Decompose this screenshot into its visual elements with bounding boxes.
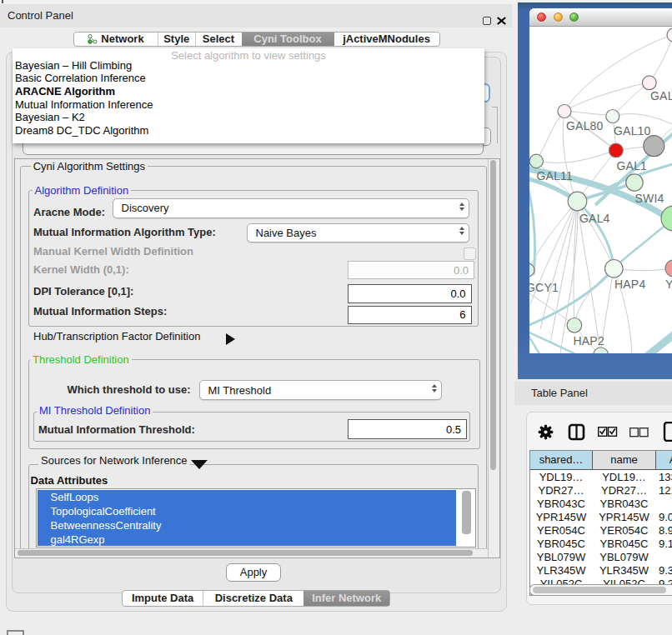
- svg-text:GCY1: GCY1: [529, 281, 559, 294]
- svg-text:SWI4: SWI4: [635, 192, 664, 205]
- svg-text:YJ: YJ: [665, 278, 672, 291]
- svg-text:GAL4: GAL4: [579, 212, 610, 225]
- svg-text:HAP2: HAP2: [574, 334, 604, 348]
- svg-text:GAL1: GAL1: [617, 159, 648, 172]
- svg-text:GAL2: GAL2: [650, 89, 672, 102]
- svg-text:GAL80: GAL80: [566, 119, 604, 132]
- svg-text:GAL10: GAL10: [614, 124, 651, 138]
- svg-text:HAP4: HAP4: [614, 278, 645, 291]
- svg-text:GAL11: GAL11: [537, 169, 574, 182]
